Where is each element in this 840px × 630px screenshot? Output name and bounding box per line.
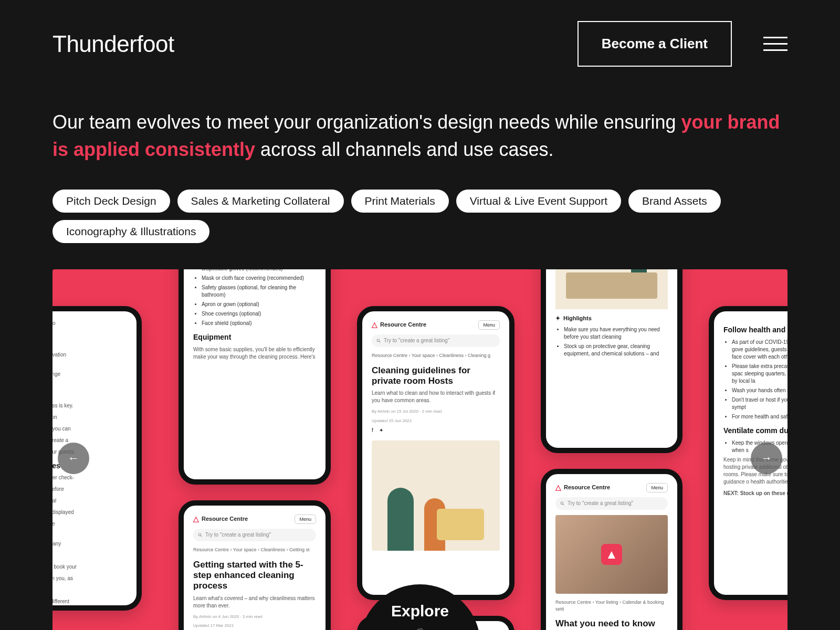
pointer-icon: ☟ [417, 626, 423, 630]
headline-post: across all channels and use cases. [255, 139, 553, 160]
article-subtitle: Learn what's covered – and why cleanline… [193, 595, 316, 610]
snippet: the booking process is key. [52, 402, 127, 410]
snippet: Contact Host link displayed [52, 509, 127, 516]
pill-print-materials[interactable]: Print Materials [351, 190, 449, 213]
breadcrumb: Resource Centre › Your space › Cleanline… [372, 352, 500, 359]
become-client-button[interactable]: Become a Client [578, 21, 732, 67]
snippet: ll send you an initial [52, 497, 127, 505]
headline-pre: Our team evolves to meet your organizati… [52, 111, 681, 133]
article-meta: By Airbnb on 15 Jul 2020 · 2 min read [372, 408, 500, 414]
snippet: hin 24 hours [52, 586, 127, 594]
headline: Our team evolves to meet your organizati… [52, 109, 788, 163]
menu-badge: Menu [478, 320, 500, 330]
phone-mockup: Resource Centre Menu Try to "create a gr… [357, 306, 514, 600]
list-item: Shoe coverings (optional) [202, 310, 316, 318]
photo [555, 515, 668, 594]
airbnb-logo-icon: Resource Centre [555, 482, 610, 493]
phone-mockups: sent by guests who bout your listing tan… [52, 269, 788, 630]
snippet: g process – and create a [52, 437, 127, 444]
list-item: Stock up on protective gear, cleaning eq… [564, 343, 668, 358]
snippet: sent by guests who [52, 320, 127, 327]
illustration [372, 440, 500, 551]
pill-sales-marketing[interactable]: Sales & Marketing Collateral [177, 190, 344, 213]
highlights-label: Highlights [555, 314, 668, 322]
pill-event-support[interactable]: Virtual & Live Event Support [456, 190, 621, 213]
article-title: Cleaning guidelines for private room Hos… [372, 365, 500, 387]
header: Thunderfoot Become a Client [52, 21, 788, 67]
airbnb-logo-icon: Resource Centre [372, 320, 426, 330]
pill-pitch-deck[interactable]: Pitch Deck Design [52, 190, 170, 213]
search-bar: Try to "create a great listing" [555, 497, 668, 510]
list-item: Wash your hands often an face at all tim… [732, 387, 788, 394]
bullet-list: Make sure you have everything you need b… [555, 326, 668, 358]
snippet: specific location before [52, 486, 127, 493]
search-bar: Try to "create a great listing" [372, 334, 500, 347]
phone-mockup: Resource Centre Menu Try to "create a gr… [178, 500, 331, 630]
pill-brand-assets[interactable]: Brand Assets [628, 190, 721, 213]
article-updated: Updated 17 Mar 2021 [193, 623, 316, 628]
section-heading: Follow health and practices [723, 325, 788, 335]
section-heading: Ventilate comm during the stay [723, 426, 788, 436]
menu-badge: Menu [295, 514, 316, 524]
snippet: and reservations, you can [52, 425, 127, 433]
snippet: s lets you offer a different [52, 598, 127, 605]
explore-label: Explore [391, 602, 449, 620]
illustration [555, 269, 668, 309]
breadcrumb: Resource Centre › Your listing › Calenda… [555, 599, 668, 612]
breadcrumb: Resource Centre › Your space › Cleanline… [193, 547, 316, 553]
snippet: uest communication [52, 414, 127, 421]
snippet: ond with one of the [52, 520, 127, 528]
article-updated: Updated 25 Jun 2021 [372, 418, 500, 424]
list-item: Apron or gown (optional) [202, 301, 316, 308]
menu-badge: Menu [646, 483, 668, 493]
snippet: bout your listing [52, 331, 127, 339]
snippet: ditional action from you, as [52, 575, 127, 582]
list-item: As part of our COVID-19 s it's required … [732, 339, 788, 361]
section-heading: Equipment [193, 332, 316, 343]
next-label: NEXT: Stock up on these clea [723, 490, 788, 497]
snippet: h allows guests to book your [52, 563, 127, 571]
list-item: Disposable gloves (recommended) [202, 269, 316, 272]
article-meta: By Airbnb on 4 Jun 2020 · 3 min read [193, 614, 316, 620]
list-item: Mask or cloth face covering (recommended… [202, 275, 316, 282]
list-item: Safety glasses (optional, for cleaning t… [202, 284, 316, 299]
airbnb-logo-icon: Resource Centre [193, 514, 248, 524]
article-title: Getting started with the 5-step enhanced… [193, 560, 316, 592]
pill-group: Pitch Deck Design Sales & Marketing Coll… [52, 190, 788, 243]
body-text: With some basic supplies, you'll be able… [193, 346, 316, 361]
menu-icon[interactable] [763, 37, 788, 51]
snippet: ns they have [52, 552, 127, 559]
carousel: sent by guests who bout your listing tan… [52, 269, 788, 630]
social-icons: f ✦ [372, 427, 500, 434]
article-subtitle: Learn what to clean and how to interact … [372, 390, 500, 404]
phone-mockup: Highlights Make sure you have everything… [541, 269, 682, 453]
header-right: Become a Client [578, 21, 788, 67]
logo[interactable]: Thunderfoot [52, 31, 174, 57]
bullet-list: Disposable gloves (recommended) Mask or … [193, 269, 316, 327]
list-item: Don't travel or host if you exposed to o… [732, 396, 788, 411]
phone-mockup: Protective gear You can help reduce your… [178, 269, 331, 485]
snippet: ion status will change [52, 371, 127, 378]
search-bar: Try to "create a great listing" [193, 529, 316, 541]
snippet: ing process [52, 382, 127, 390]
list-item: Face shield (optional) [202, 320, 316, 327]
arrow-right-icon: → [761, 452, 772, 465]
pill-iconography[interactable]: Iconography & Illustrations [52, 220, 209, 243]
list-item: Make sure you have everything you need b… [564, 326, 668, 341]
article-title: What you need to know about the booking … [555, 618, 668, 630]
arrow-left-icon: ← [68, 452, 79, 465]
carousel-next-button[interactable]: → [751, 443, 782, 474]
snippet: uire about an earlier check- [52, 474, 127, 481]
carousel-prev-button[interactable]: ← [58, 443, 89, 474]
snippet: or that addresses any [52, 540, 127, 548]
phone-mockup: Resource Centre Menu Try to "create a gr… [541, 469, 682, 630]
list-item: For more health and safe Airbnb [732, 413, 788, 421]
snippet: tant Book or reservation [52, 351, 127, 359]
bullet-list: As part of our COVID-19 s it's required … [723, 339, 788, 421]
list-item: Please take extra precauti distancing in… [732, 363, 788, 385]
